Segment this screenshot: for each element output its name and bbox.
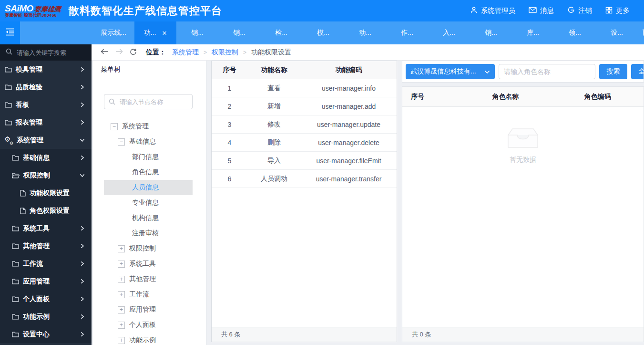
breadcrumb-items: 系统管理>权限控制>功能权限设置 <box>172 48 291 57</box>
cell-seq: 1 <box>212 84 247 92</box>
chevron-right-icon <box>80 261 85 266</box>
tab[interactable]: 展示线... <box>92 21 134 44</box>
breadcrumb-item[interactable]: 权限控制 <box>212 48 238 57</box>
tree-search-input[interactable] <box>104 94 193 109</box>
chevron-down-icon <box>80 173 85 178</box>
tree-node-专业信息[interactable]: 专业信息 <box>104 195 193 210</box>
tab[interactable]: 销... <box>470 21 512 44</box>
tree-node-部门信息[interactable]: 部门信息 <box>104 149 193 165</box>
tree-collapse-icon[interactable]: − <box>118 138 125 146</box>
tab-label: 销... <box>233 29 245 37</box>
sidebar-item-基础信息[interactable]: 基础信息 <box>0 149 92 167</box>
tree-node-机构信息[interactable]: 机构信息 <box>104 210 193 226</box>
breadcrumb: 位置： 系统管理>权限控制>功能权限设置 <box>92 44 644 61</box>
tree-expand-icon[interactable]: + <box>118 291 125 298</box>
cell-function-code: user-manager.info <box>301 84 397 92</box>
tab[interactable]: 销... <box>176 21 218 44</box>
tab[interactable]: 库... <box>512 21 554 44</box>
sidebar-item-应用管理[interactable]: 应用管理 <box>0 272 92 290</box>
tree-node-人员信息[interactable]: 人员信息 <box>104 180 193 195</box>
tree-node-label: 人员信息 <box>132 183 159 192</box>
sidebar-item-品质检验[interactable]: 品质检验 <box>0 78 92 96</box>
tree-node-系统工具[interactable]: +系统工具 <box>104 256 193 272</box>
table-row[interactable]: 1查看user-manager.info <box>212 79 397 97</box>
tree-node-注册审核[interactable]: 注册审核 <box>104 226 193 241</box>
sidebar-item-工作流[interactable]: 工作流 <box>0 255 92 272</box>
sidebar-item-模具管理[interactable]: 模具管理 <box>0 61 92 78</box>
tree-expand-icon[interactable]: + <box>118 276 125 283</box>
column-header-function-code: 功能编码 <box>301 66 397 74</box>
chevron-right-icon <box>80 296 85 302</box>
tab[interactable]: 检... <box>260 21 302 44</box>
header-action-label: 更多 <box>616 6 630 15</box>
header-action-logout[interactable]: 注销 <box>567 6 592 15</box>
header-action-mail[interactable]: 消息 <box>529 6 554 15</box>
content-row: 菜单树 −系统管理−基础信息部门信息角色信息人员信息专业信息机构信息注册审核+权… <box>92 61 644 345</box>
sidebar-item-系统工具[interactable]: 系统工具 <box>0 220 92 237</box>
tree-node-其他管理[interactable]: +其他管理 <box>104 272 193 287</box>
table-row[interactable]: 3修改user-manager.update <box>212 115 397 134</box>
table-row[interactable]: 4删除user-manager.delete <box>212 134 397 152</box>
sidebar-item-报表管理[interactable]: 报表管理 <box>0 114 92 131</box>
table-row[interactable]: 2新增user-manager.add <box>212 97 397 115</box>
tree-expand-icon[interactable]: + <box>118 306 125 314</box>
tree-node-权限控制[interactable]: +权限控制 <box>104 241 193 256</box>
sidebar-search-input[interactable] <box>17 49 83 56</box>
company-select[interactable]: 武汉博晟信息科技有... <box>406 64 495 79</box>
header-action-person[interactable]: 系统管理员 <box>470 6 516 15</box>
tree-node-工作流[interactable]: +工作流 <box>104 287 193 302</box>
cell-function-code: user-manager.update <box>301 121 397 128</box>
company-select-value: 武汉博晟信息科技有... <box>410 67 476 76</box>
tree-expand-icon[interactable]: + <box>118 337 125 344</box>
tree-node-系统管理[interactable]: −系统管理 <box>104 119 193 134</box>
tab[interactable]: 作... <box>386 21 428 44</box>
tree-collapse-icon[interactable]: − <box>111 123 118 130</box>
breadcrumb-item[interactable]: 系统管理 <box>172 48 199 57</box>
sidebar-item-系统管理[interactable]: ⚙⚙系统管理 <box>0 131 92 149</box>
sidebar-item-权限控制[interactable]: 权限控制 <box>0 167 92 184</box>
folder-icon <box>5 84 12 90</box>
nav-back-icon[interactable] <box>100 48 109 56</box>
tree-node-应用管理[interactable]: +应用管理 <box>104 302 193 317</box>
tab[interactable]: 领... <box>554 21 596 44</box>
sidebar-item-其他管理[interactable]: 其他管理 <box>0 237 92 255</box>
tab[interactable]: 动... <box>344 21 386 44</box>
refresh-icon[interactable] <box>130 48 137 57</box>
tree-expand-icon[interactable]: + <box>118 261 125 268</box>
all-button[interactable]: 全部 <box>631 64 644 79</box>
sidebar-item-看板[interactable]: 看板 <box>0 96 92 114</box>
sidebar-item-功能示例[interactable]: 功能示例 <box>0 308 92 325</box>
tree-node-功能示例[interactable]: +功能示例 <box>104 333 193 345</box>
tab-label: 销... <box>191 29 204 37</box>
tree-expand-icon[interactable]: + <box>118 245 125 252</box>
sidebar-item-功能权限设置[interactable]: 功能权限设置 <box>0 184 92 202</box>
header-action-grid[interactable]: 更多 <box>605 6 630 15</box>
tree-node-个人面板[interactable]: +个人面板 <box>104 317 193 333</box>
sidebar-item-设置中心[interactable]: 设置中心 <box>0 325 92 343</box>
sidebar-item-label: 功能权限设置 <box>30 189 70 198</box>
tab[interactable]: 模... <box>302 21 344 44</box>
close-all-tabs-button[interactable] <box>638 21 644 44</box>
breadcrumb-separator: > <box>243 49 246 56</box>
nav-forward-icon[interactable] <box>115 48 123 56</box>
tab[interactable]: 入... <box>428 21 470 44</box>
tree-node-角色信息[interactable]: 角色信息 <box>104 165 193 180</box>
tree-node-基础信息[interactable]: −基础信息 <box>104 134 193 149</box>
folder-icon <box>12 155 19 161</box>
tab-close-icon[interactable]: ✕ <box>162 30 167 37</box>
column-header-role-code: 角色编码 <box>552 93 644 101</box>
tab[interactable]: 设... <box>596 21 638 44</box>
tab[interactable]: 功...✕ <box>134 21 176 44</box>
role-panel: 武汉博晟信息科技有... 搜索 全部 <box>402 61 644 342</box>
table-row[interactable]: 6人员调动user-manager.transfer <box>212 170 397 188</box>
sidebar-item-角色权限设置[interactable]: 角色权限设置 <box>0 202 92 220</box>
sidebar-item-label: 报表管理 <box>16 118 42 127</box>
tree-expand-icon[interactable]: + <box>118 322 125 329</box>
table-row[interactable]: 5导入user-manager.fileEmit <box>212 152 397 170</box>
role-name-input[interactable] <box>499 64 595 79</box>
search-button[interactable]: 搜索 <box>599 64 627 79</box>
tab-label: 作... <box>401 29 413 37</box>
tab[interactable]: 销... <box>218 21 260 44</box>
sidebar-item-个人面板[interactable]: 个人面板 <box>0 290 92 308</box>
sidebar-collapse-button[interactable] <box>0 21 20 44</box>
